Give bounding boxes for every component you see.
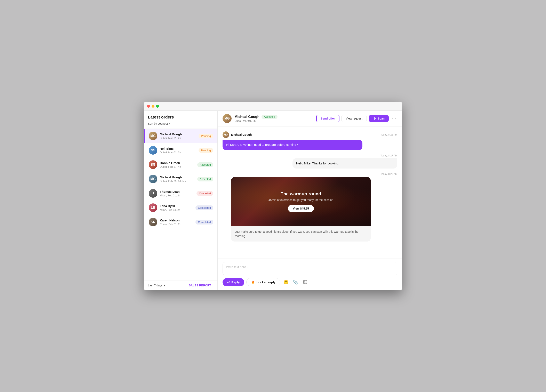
more-options-button[interactable]: ⋯ (391, 115, 397, 122)
message-row: Today, 8:29 AM The warmup round 45min of… (222, 173, 397, 242)
offer-caption: Just make sure to get a good night's sle… (231, 226, 371, 242)
offer-subtitle: 45min of exercises to get you ready for … (268, 198, 333, 202)
order-list-item[interactable]: BG Bonnie Green Dubai, Feb 27, 4h Accept… (144, 157, 217, 172)
maximize-button[interactable] (156, 105, 159, 108)
order-info: Micheal Gough Dubai, Mar 01, 2h (160, 132, 199, 140)
chat-header-avatar: MG (222, 114, 232, 123)
titlebar (144, 102, 402, 111)
emoji-button[interactable]: 🙂 (282, 278, 290, 286)
order-meta: Milan, Feb 13, 2h (160, 208, 195, 211)
order-avatar: BG (149, 160, 157, 169)
status-badge: Accepted (197, 177, 213, 181)
order-list-item[interactable]: TL Thomas Lean Milan, Feb 01, 2h Cancell… (144, 186, 217, 200)
offer-view-button[interactable]: View $45.95 (288, 205, 314, 212)
order-info: Thomas Lean Milan, Feb 01, 2h (160, 190, 196, 197)
scan-button[interactable]: Scan (369, 115, 389, 122)
message-row: Today, 8:27 AM Hello Mike. Thanks for bo… (222, 154, 397, 169)
order-list-item[interactable]: MG Micheal Gough Dubai, Feb 20, All day … (144, 172, 217, 186)
order-name: Thomas Lean (160, 190, 196, 193)
order-avatar: NS (149, 146, 157, 154)
message-sender-name: Micheal Gough (231, 133, 252, 136)
chat-header: MG Micheal Gough Accepted Dubai, Mar 01,… (218, 111, 402, 127)
order-name: Micheal Gough (160, 132, 199, 136)
minimize-button[interactable] (152, 105, 155, 108)
chevron-down-icon: ▾ (164, 284, 165, 287)
chat-header-sub: Dubai, Mar 01, 2h (234, 119, 313, 122)
order-list-item[interactable]: MG Micheal Gough Dubai, Mar 01, 2h Pendi… (144, 129, 217, 143)
sidebar-footer: Last 7 days ▾ SALES REPORT › (144, 280, 217, 290)
image-icon: 🖼 (303, 280, 307, 285)
message-time: Today, 8:26 AM (380, 133, 397, 136)
close-button[interactable] (147, 105, 150, 108)
status-badge: Completed (195, 220, 213, 225)
app-window: Latest orders Sort by soonest ▾ MG Miche… (144, 102, 402, 290)
offer-card: The warmup round 45min of exercises to g… (231, 177, 371, 242)
order-avatar: LB (149, 203, 157, 212)
image-button[interactable]: 🖼 (301, 278, 308, 286)
order-avatar: MG (149, 175, 157, 183)
order-name: Micheal Gough (160, 175, 197, 179)
order-meta: Dubai, Feb 27, 4h (160, 165, 197, 168)
order-list-item[interactable]: LB Lana Byrd Milan, Feb 13, 2h Completed (144, 200, 217, 215)
order-info: Karen Nelson Rome, Feb 01, 2h (160, 218, 195, 226)
chat-header-name: Micheal Gough (234, 115, 260, 119)
chat-input-box[interactable]: Write text here ... (222, 262, 397, 275)
attachment-button[interactable]: 📎 (292, 278, 299, 286)
order-name: Bonnie Green (160, 161, 197, 165)
scan-icon (373, 117, 376, 120)
message-row: MG Micheal Gough Today, 8:26 AM Hi Sarah… (222, 131, 397, 150)
arrow-right-icon: › (212, 284, 213, 287)
message-avatar: MG (222, 131, 229, 138)
order-info: Lana Byrd Milan, Feb 13, 2h (160, 204, 195, 211)
chevron-down-icon: ▾ (169, 122, 170, 125)
order-name: Lana Byrd (160, 204, 195, 208)
sales-report-label: SALES REPORT (189, 284, 211, 287)
sidebar-title: Latest orders (148, 115, 213, 120)
emoji-icon: 🙂 (283, 280, 289, 285)
reply-icon: ↩ (227, 280, 230, 284)
svg-rect-2 (373, 119, 374, 120)
svg-rect-0 (373, 117, 374, 118)
input-placeholder: Write text here ... (226, 265, 249, 269)
chat-input-area: Write text here ... ↩ Reply 🔥 Locked rep… (218, 258, 402, 290)
status-badge: Accepted (197, 162, 213, 167)
chat-messages: MG Micheal Gough Today, 8:26 AM Hi Sarah… (218, 127, 402, 258)
sort-label: Sort by soonest (148, 122, 168, 125)
status-badge: Completed (195, 206, 213, 210)
chat-actions-row: ↩ Reply 🔥 Locked reply 🙂 📎 🖼 (222, 278, 397, 286)
send-offer-button[interactable]: Send offer (316, 115, 339, 122)
view-request-button[interactable]: View request (342, 115, 367, 122)
scan-label: Scan (378, 117, 384, 120)
header-status-badge: Accepted (261, 115, 278, 119)
order-meta: Milan, Feb 01, 2h (160, 194, 196, 197)
app-body: Latest orders Sort by soonest ▾ MG Miche… (144, 111, 402, 290)
order-avatar: KN (149, 218, 157, 226)
chat-header-info: Micheal Gough Accepted Dubai, Mar 01, 2h (234, 115, 313, 122)
sales-report-link[interactable]: SALES REPORT › (189, 284, 213, 287)
period-label: Last 7 days (148, 284, 163, 287)
offer-image: The warmup round 45min of exercises to g… (231, 177, 371, 226)
message-time-right: Today, 8:27 AM (222, 154, 397, 157)
locked-reply-button[interactable]: 🔥 Locked reply (246, 278, 280, 286)
sidebar-header: Latest orders Sort by soonest ▾ (144, 111, 217, 129)
order-info: Micheal Gough Dubai, Feb 20, All day (160, 175, 197, 183)
chat-header-name-row: Micheal Gough Accepted (234, 115, 313, 119)
order-meta: Dubai, Feb 20, All day (160, 180, 197, 183)
order-info: Bonnie Green Dubai, Feb 27, 4h (160, 161, 197, 168)
order-name: Karen Nelson (160, 218, 195, 222)
status-badge: Pending (199, 148, 213, 153)
order-meta: Dubai, Mar 01, 2h (160, 151, 199, 154)
order-info: Neil Sims Dubai, Mar 01, 2h (160, 147, 199, 154)
order-avatar: MG (149, 132, 157, 140)
reply-button[interactable]: ↩ Reply (222, 278, 244, 286)
traffic-lights (147, 105, 159, 108)
period-selector[interactable]: Last 7 days ▾ (148, 284, 165, 287)
sort-control[interactable]: Sort by soonest ▾ (148, 122, 170, 125)
order-list-item[interactable]: NS Neil Sims Dubai, Mar 01, 2h Pending (144, 143, 217, 157)
offer-title: The warmup round (268, 191, 333, 197)
svg-rect-1 (375, 117, 376, 118)
sidebar: Latest orders Sort by soonest ▾ MG Miche… (144, 111, 218, 290)
order-list: MG Micheal Gough Dubai, Mar 01, 2h Pendi… (144, 129, 217, 280)
message-bubble-outgoing: Hello Mike. Thanks for booking. (292, 158, 397, 169)
order-list-item[interactable]: KN Karen Nelson Rome, Feb 01, 2h Complet… (144, 215, 217, 229)
